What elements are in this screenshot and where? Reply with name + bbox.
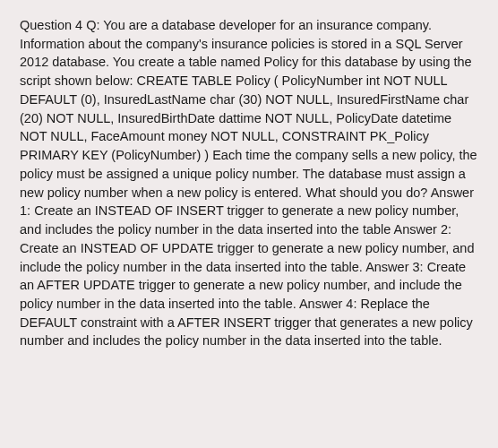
question-label: Question 4 Q: <box>20 18 103 32</box>
answer-4-label: Answer 4: <box>299 297 361 311</box>
question-block: Question 4 Q: You are a database develop… <box>20 16 478 350</box>
answer-3-label: Answer 3: <box>365 260 427 274</box>
answer-2-label: Answer 2: <box>394 222 451 237</box>
question-body: You are a database developer for an insu… <box>20 18 477 200</box>
